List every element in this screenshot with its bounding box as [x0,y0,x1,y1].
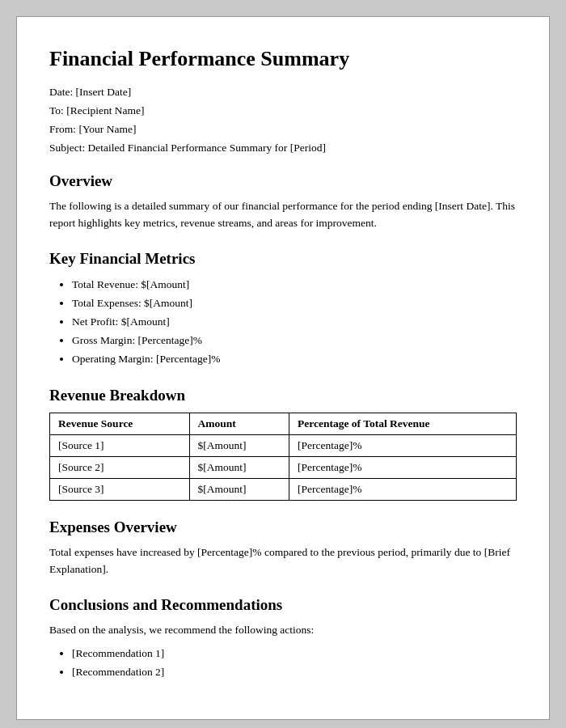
list-item: Total Expenses: $[Amount] [72,294,517,313]
key-metrics-heading: Key Financial Metrics [49,250,517,268]
revenue-breakdown-heading: Revenue Breakdown [49,387,517,404]
list-item: Net Profit: $[Amount] [72,313,517,332]
meta-subject: Subject: Detailed Financial Performance … [49,142,517,154]
key-metrics-list: Total Revenue: $[Amount] Total Expenses:… [72,276,517,369]
document-container: Financial Performance Summary Date: [Ins… [16,16,550,720]
expenses-heading: Expenses Overview [49,518,517,536]
table-cell-percentage: [Percentage]% [289,478,516,500]
list-item: Total Revenue: $[Amount] [72,276,517,294]
list-item: [Recommendation 1] [72,645,517,663]
table-cell-source: [Source 3] [50,478,190,500]
table-cell-source: [Source 2] [50,456,190,478]
table-header-amount: Amount [189,413,289,434]
table-header-row: Revenue Source Amount Percentage of Tota… [50,413,517,434]
overview-heading: Overview [49,172,517,190]
table-row: [Source 2] $[Amount] [Percentage]% [50,456,517,478]
table-cell-percentage: [Percentage]% [289,434,516,456]
table-cell-amount: $[Amount] [189,478,289,500]
conclusions-intro: Based on the analysis, we recommend the … [49,622,517,639]
overview-body: The following is a detailed summary of o… [49,198,517,232]
table-header-percentage: Percentage of Total Revenue [289,413,516,434]
revenue-table: Revenue Source Amount Percentage of Tota… [49,413,517,501]
meta-date: Date: [Insert Date] [49,86,517,99]
table-row: [Source 3] $[Amount] [Percentage]% [50,478,517,500]
meta-from: From: [Your Name] [49,123,517,136]
conclusions-list: [Recommendation 1] [Recommendation 2] [72,645,517,682]
meta-to: To: [Recipient Name] [49,104,517,117]
table-cell-amount: $[Amount] [189,434,289,456]
list-item: [Recommendation 2] [72,663,517,682]
expenses-body: Total expenses have increased by [Percen… [49,544,517,578]
table-cell-percentage: [Percentage]% [289,456,516,478]
table-header-source: Revenue Source [50,413,190,434]
document-title: Financial Performance Summary [49,46,517,71]
list-item: Gross Margin: [Percentage]% [72,332,517,350]
conclusions-heading: Conclusions and Recommendations [49,596,517,614]
table-cell-amount: $[Amount] [189,456,289,478]
table-cell-source: [Source 1] [50,434,190,456]
list-item: Operating Margin: [Percentage]% [72,350,517,369]
table-row: [Source 1] $[Amount] [Percentage]% [50,434,517,456]
